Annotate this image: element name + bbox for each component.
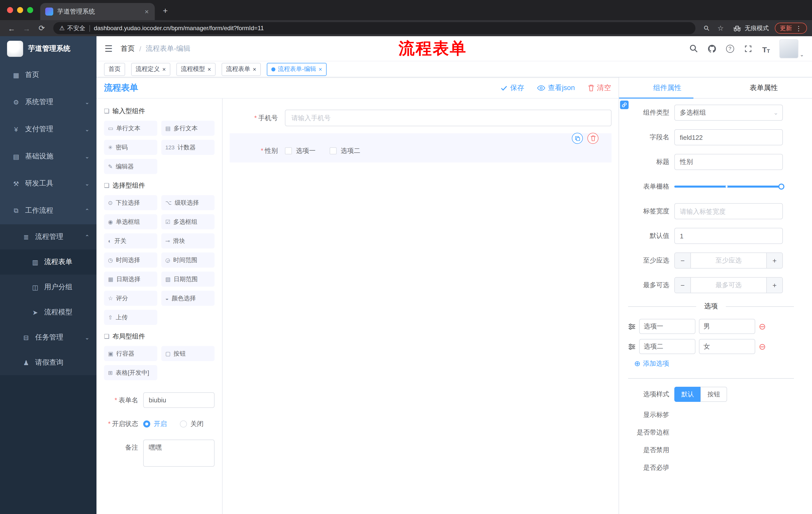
sidebar-item[interactable]: ▥ 流程表单 (0, 249, 96, 275)
form-remark-textarea[interactable]: 嘿嘿 (143, 439, 214, 467)
search-icon[interactable] (689, 44, 699, 54)
panel-link-icon[interactable] (620, 101, 629, 109)
tag-item[interactable]: 流程表单 × (222, 63, 261, 76)
palette-component[interactable]: ▧ 日期范围 (161, 272, 214, 287)
palette-component[interactable]: ⇧ 上传 (104, 310, 157, 325)
tag-item[interactable]: 流程表单-编辑 × (267, 63, 327, 76)
canvas-field-phone[interactable]: *手机号 (230, 110, 611, 126)
slider-track[interactable] (674, 186, 783, 188)
tab-component-props[interactable]: 组件属性 (619, 77, 716, 98)
min-select-value[interactable]: 至少应选 (691, 253, 766, 268)
palette-component[interactable]: ☆ 评分 (104, 291, 157, 306)
form-name-input[interactable] (143, 392, 214, 408)
security-chip[interactable]: ⚠ 不安全 (59, 24, 85, 32)
window-maximize-button[interactable] (27, 7, 33, 13)
phone-input[interactable] (285, 110, 611, 126)
address-bar[interactable]: ⚠ 不安全 dashboard.yudao.iocoder.cn/bpm/man… (53, 22, 695, 34)
tag-item[interactable]: 流程模型 × (176, 63, 215, 76)
remove-option-button[interactable]: ⊖ (759, 342, 766, 351)
option-value-input[interactable] (699, 319, 755, 334)
help-icon[interactable]: ? (725, 44, 735, 54)
palette-component[interactable]: ◉ 单选框组 (104, 214, 157, 229)
palette-component[interactable]: ◐ 开关 (104, 233, 157, 248)
remove-option-button[interactable]: ⊖ (759, 322, 766, 331)
delete-component-button[interactable] (587, 133, 599, 144)
sidebar-item[interactable]: ▦ 首页 (0, 61, 96, 88)
fullscreen-icon[interactable] (743, 44, 753, 54)
palette-component[interactable]: ⊙ 下拉选择 (104, 195, 157, 210)
add-option-button[interactable]: ⊕ 添加选项 (634, 359, 804, 368)
palette-component[interactable]: ◒ 颜色选择 (161, 291, 214, 306)
canvas-field-gender-selected[interactable]: *性别 选项一 选项二 (230, 133, 611, 162)
tag-item[interactable]: 流程定义 × (131, 63, 170, 76)
status-on-radio[interactable]: 开启 (143, 419, 167, 428)
sidebar-item[interactable]: ▤ 基础设施 ⌄ (0, 143, 96, 170)
field-name-input[interactable] (674, 129, 783, 145)
sidebar-item[interactable]: ¥ 支付管理 ⌄ (0, 116, 96, 143)
palette-component[interactable]: ☑ 多选框组 (161, 214, 214, 229)
sidebar-item[interactable]: ⚙ 系统管理 ⌄ (0, 88, 96, 116)
sidebar-item[interactable]: ⚒ 研发工具 ⌄ (0, 170, 96, 197)
palette-component[interactable]: ▣ 行容器 (104, 346, 157, 361)
max-select-value[interactable]: 最多可选 (691, 278, 766, 293)
sidebar-item[interactable]: ≣ 流程管理 ⌃ (0, 224, 96, 249)
option-label-input[interactable] (639, 339, 695, 354)
palette-component[interactable]: ▦ 日期选择 (104, 272, 157, 287)
palette-component[interactable]: ▢ 按钮 (161, 346, 214, 361)
window-minimize-button[interactable] (17, 7, 23, 13)
copy-component-button[interactable] (572, 133, 583, 144)
option-value-input[interactable] (699, 339, 755, 354)
palette-component[interactable]: ⌥ 级联选择 (161, 195, 214, 210)
decrease-button[interactable]: − (675, 253, 691, 268)
style-button-button[interactable]: 按钮 (700, 387, 727, 402)
tag-close-icon[interactable]: × (207, 65, 211, 73)
view-json-button[interactable]: 查看json (538, 83, 575, 92)
palette-component[interactable]: ▤ 多行文本 (161, 121, 214, 136)
palette-component[interactable]: ⊞ 表格[开发中] (104, 365, 157, 380)
user-avatar[interactable]: ⌄ (779, 39, 804, 58)
sidebar-item[interactable]: ⊟ 任务管理 ⌄ (0, 325, 96, 350)
increase-button[interactable]: + (766, 253, 782, 268)
palette-component[interactable]: ⊸ 滑块 (161, 233, 214, 248)
hamburger-menu-icon[interactable]: ☰ (105, 43, 113, 54)
decrease-button[interactable]: − (675, 278, 691, 293)
gender-option-1-checkbox[interactable]: 选项一 (285, 146, 316, 155)
label-width-input[interactable] (674, 203, 783, 219)
sidebar-item[interactable]: ➤ 流程模型 (0, 300, 96, 325)
palette-component[interactable]: ◶ 时间范围 (161, 252, 214, 268)
tag-close-icon[interactable]: × (319, 65, 322, 73)
palette-component[interactable]: ▭ 单行文本 (104, 121, 157, 136)
tag-close-icon[interactable]: × (253, 65, 256, 73)
style-default-button[interactable]: 默认 (674, 387, 701, 402)
browser-tab[interactable]: 芋道管理系统 × (40, 3, 155, 20)
form-grid-slider[interactable] (674, 179, 783, 195)
sidebar-item[interactable]: ♟ 请假查询 (0, 350, 96, 375)
status-off-radio[interactable]: 关闭 (180, 419, 203, 428)
gender-option-2-checkbox[interactable]: 选项二 (330, 146, 360, 155)
breadcrumb-home[interactable]: 首页 (121, 44, 135, 53)
increase-button[interactable]: + (766, 278, 782, 293)
sidebar-item[interactable]: ⧉ 工作流程 ⌃ (0, 197, 96, 224)
browser-update-button[interactable]: 更新 ⋮ (775, 23, 807, 34)
clear-button[interactable]: 清空 (588, 83, 611, 92)
tab-form-props[interactable]: 表单属性 (716, 77, 812, 98)
forward-button[interactable]: → (20, 24, 33, 32)
palette-component[interactable]: ◷ 时间选择 (104, 252, 157, 268)
default-value-input[interactable] (674, 228, 783, 244)
bookmark-star-icon[interactable]: ☆ (715, 24, 727, 32)
reload-button[interactable]: ⟳ (35, 24, 48, 33)
save-button[interactable]: 保存 (501, 83, 524, 92)
palette-component[interactable]: ✎ 编辑器 (104, 159, 157, 174)
palette-component[interactable]: 123 计数器 (161, 140, 214, 155)
tab-close-icon[interactable]: × (144, 7, 150, 16)
title-input[interactable] (674, 154, 783, 170)
slider-handle[interactable] (778, 184, 784, 190)
back-button[interactable]: ← (5, 24, 18, 32)
browser-menu-kebab-icon[interactable]: ⋮ (795, 24, 802, 32)
font-size-icon[interactable]: TT (761, 44, 771, 54)
component-type-select[interactable]: 多选框组 (674, 105, 783, 121)
tag-close-icon[interactable]: × (162, 65, 166, 73)
github-icon[interactable] (707, 44, 717, 54)
palette-component[interactable]: ✳ 密码 (104, 140, 157, 155)
option-drag-icon[interactable] (628, 323, 636, 330)
